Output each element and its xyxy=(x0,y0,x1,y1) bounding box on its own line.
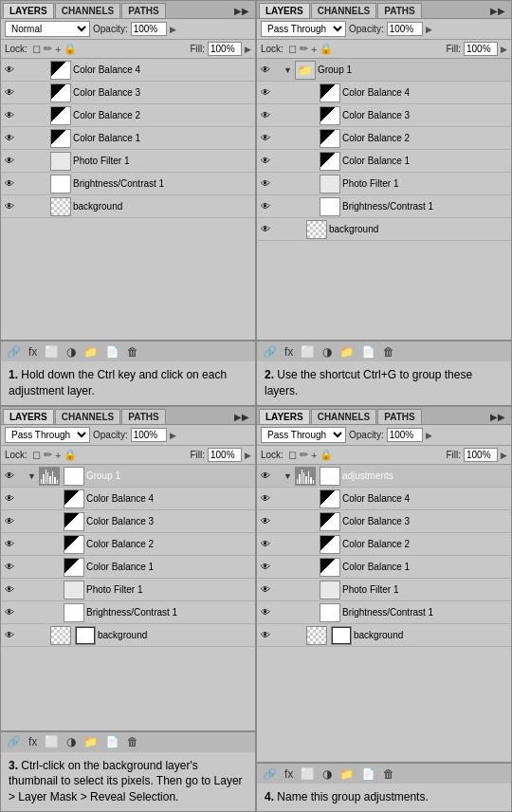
new-layer-icon[interactable]: 📄 xyxy=(103,345,121,359)
tab-channels[interactable]: CHANNELS xyxy=(311,409,377,424)
layer-visibility-eye[interactable]: 👁 xyxy=(3,607,16,618)
blend-mode-select[interactable]: Pass Through xyxy=(261,427,346,443)
adjustment-icon[interactable]: ◑ xyxy=(320,345,334,359)
layer-row[interactable]: 👁Photo Filter 1 xyxy=(257,173,511,195)
tab-paths[interactable]: PATHS xyxy=(121,3,165,18)
layer-visibility-eye[interactable]: 👁 xyxy=(259,65,272,75)
layer-row[interactable]: 👁▼Group 1 xyxy=(1,465,255,488)
layer-visibility-eye[interactable]: 👁 xyxy=(3,562,16,572)
fill-input[interactable] xyxy=(464,42,498,56)
opacity-arrow[interactable]: ▶ xyxy=(426,431,432,440)
layer-row[interactable]: 👁▼📁Group 1 xyxy=(257,59,511,82)
layer-row[interactable]: 👁Color Balance 4 xyxy=(257,82,511,104)
lock-image-icon[interactable]: ✏ xyxy=(300,43,308,55)
layer-visibility-eye[interactable]: 👁 xyxy=(259,133,272,143)
layer-visibility-eye[interactable]: 👁 xyxy=(259,584,272,595)
link-icon[interactable]: 🔗 xyxy=(5,735,23,748)
layer-row[interactable]: 👁Color Balance 3 xyxy=(257,510,511,533)
layer-row[interactable]: 👁Color Balance 2 xyxy=(1,533,255,556)
panel-menu-arrow[interactable]: ▶▶ xyxy=(486,412,509,422)
layers-list[interactable]: 👁▼Group 1👁Color Balance 4👁Color Balance … xyxy=(1,465,255,731)
lock-transparent-icon[interactable]: ◻ xyxy=(32,449,41,461)
opacity-input[interactable] xyxy=(387,428,423,442)
link-icon[interactable]: 🔗 xyxy=(5,345,23,359)
layer-row[interactable]: 👁Color Balance 4 xyxy=(1,59,255,82)
new-group-icon[interactable]: 📁 xyxy=(82,345,100,359)
layer-visibility-eye[interactable]: 👁 xyxy=(3,110,16,120)
lock-transparent-icon[interactable]: ◻ xyxy=(288,449,297,461)
layer-visibility-eye[interactable]: 👁 xyxy=(259,87,272,98)
layer-visibility-eye[interactable]: 👁 xyxy=(3,133,16,143)
fill-arrow[interactable]: ▶ xyxy=(501,45,507,54)
opacity-input[interactable] xyxy=(131,428,167,442)
layer-visibility-eye[interactable]: 👁 xyxy=(259,201,272,212)
layer-visibility-eye[interactable]: 👁 xyxy=(3,65,16,75)
layer-row[interactable]: 👁Photo Filter 1 xyxy=(257,579,511,601)
layer-visibility-eye[interactable]: 👁 xyxy=(259,516,272,526)
layer-row[interactable]: 👁Color Balance 2 xyxy=(1,104,255,127)
layer-row[interactable]: 👁Color Balance 3 xyxy=(257,104,511,127)
layer-visibility-eye[interactable]: 👁 xyxy=(3,156,16,166)
layer-row[interactable]: 👁Color Balance 1 xyxy=(1,127,255,150)
layer-visibility-eye[interactable]: 👁 xyxy=(3,493,16,504)
lock-position-icon[interactable]: + xyxy=(55,450,61,461)
layer-visibility-eye[interactable]: 👁 xyxy=(259,607,272,618)
mask-icon[interactable]: ⬜ xyxy=(43,735,61,748)
layer-visibility-eye[interactable]: 👁 xyxy=(3,201,16,212)
layer-visibility-eye[interactable]: 👁 xyxy=(259,178,272,189)
layers-list[interactable]: 👁Color Balance 4👁Color Balance 3👁Color B… xyxy=(1,59,255,341)
layer-visibility-eye[interactable]: 👁 xyxy=(259,562,272,572)
layer-visibility-eye[interactable]: 👁 xyxy=(3,178,16,189)
lock-all-icon[interactable]: 🔒 xyxy=(320,449,333,461)
layer-row[interactable]: 👁Color Balance 1 xyxy=(257,556,511,579)
layer-row[interactable]: 👁background xyxy=(257,624,511,647)
new-layer-icon[interactable]: 📄 xyxy=(103,735,121,748)
fx-icon[interactable]: fx xyxy=(27,735,39,748)
fx-icon[interactable]: fx xyxy=(27,345,39,359)
layer-row[interactable]: 👁Color Balance 1 xyxy=(1,556,255,579)
delete-layer-icon[interactable]: 🗑 xyxy=(381,345,396,359)
layer-row[interactable]: 👁▼adjustments xyxy=(257,465,511,488)
tab-paths[interactable]: PATHS xyxy=(377,409,421,424)
layer-row[interactable]: 👁Color Balance 4 xyxy=(257,488,511,510)
lock-all-icon[interactable]: 🔒 xyxy=(64,449,77,461)
opacity-input[interactable] xyxy=(387,22,423,36)
lock-position-icon[interactable]: + xyxy=(311,44,317,55)
fill-input[interactable] xyxy=(208,448,242,462)
new-group-icon[interactable]: 📁 xyxy=(82,735,100,748)
tab-paths[interactable]: PATHS xyxy=(377,3,421,18)
blend-mode-select[interactable]: Pass Through xyxy=(5,427,90,443)
layer-visibility-eye[interactable]: 👁 xyxy=(259,630,272,640)
fill-input[interactable] xyxy=(464,448,498,462)
folder-expand-icon[interactable]: ▼ xyxy=(283,65,292,75)
opacity-input[interactable] xyxy=(131,22,167,36)
layer-visibility-eye[interactable]: 👁 xyxy=(259,224,272,234)
layer-row[interactable]: 👁Color Balance 2 xyxy=(257,533,511,556)
opacity-arrow[interactable]: ▶ xyxy=(170,25,176,34)
layer-visibility-eye[interactable]: 👁 xyxy=(259,539,272,549)
fill-arrow[interactable]: ▶ xyxy=(245,451,251,460)
adjustment-icon[interactable]: ◑ xyxy=(64,735,78,748)
layer-row[interactable]: 👁Color Balance 4 xyxy=(1,488,255,510)
lock-image-icon[interactable]: ✏ xyxy=(44,43,52,55)
lock-all-icon[interactable]: 🔒 xyxy=(320,43,333,55)
tab-layers[interactable]: LAYERS xyxy=(259,409,310,424)
tab-channels[interactable]: CHANNELS xyxy=(55,409,121,424)
layers-list[interactable]: 👁▼adjustments👁Color Balance 4👁Color Bala… xyxy=(257,465,511,763)
panel-menu-arrow[interactable]: ▶▶ xyxy=(230,412,253,422)
new-group-icon[interactable]: 📁 xyxy=(338,345,356,359)
opacity-arrow[interactable]: ▶ xyxy=(426,25,432,34)
link-icon[interactable]: 🔗 xyxy=(261,767,279,781)
layers-list[interactable]: 👁▼📁Group 1👁Color Balance 4👁Color Balance… xyxy=(257,59,511,341)
link-icon[interactable]: 🔗 xyxy=(261,345,279,359)
fx-icon[interactable]: fx xyxy=(283,767,295,781)
delete-layer-icon[interactable]: 🗑 xyxy=(125,735,140,748)
fill-input[interactable] xyxy=(208,42,242,56)
layer-visibility-eye[interactable]: 👁 xyxy=(3,539,16,549)
adjustment-icon[interactable]: ◑ xyxy=(64,345,78,359)
blend-mode-select[interactable]: Normal xyxy=(5,21,90,37)
layer-visibility-eye[interactable]: 👁 xyxy=(3,87,16,98)
tab-layers[interactable]: LAYERS xyxy=(3,409,54,424)
tab-layers[interactable]: LAYERS xyxy=(259,3,310,18)
layer-row[interactable]: 👁Color Balance 3 xyxy=(1,82,255,104)
